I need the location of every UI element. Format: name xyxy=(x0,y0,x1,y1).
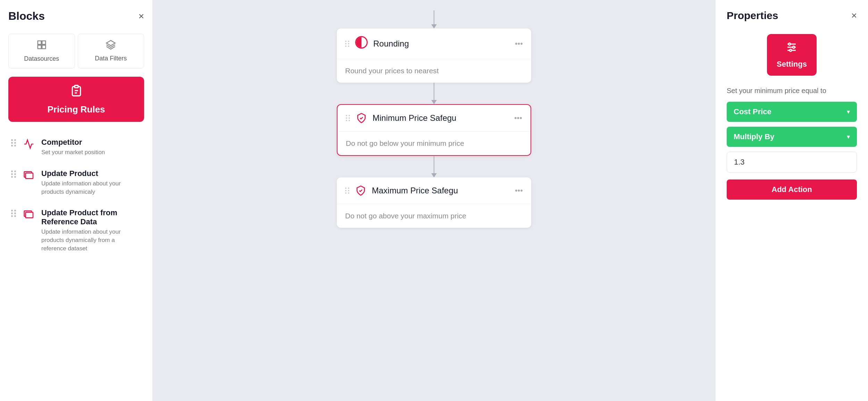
cost-price-dropdown[interactable]: Cost Price ▾ xyxy=(727,102,857,122)
sidebar-close-button[interactable]: × xyxy=(139,11,144,21)
minimum-price-body: Do not go below your minimum price xyxy=(337,132,531,155)
maximum-price-body: Do not go above your maximum price xyxy=(337,204,531,228)
update-product-ref-title: Update Product from Reference Data xyxy=(41,208,141,226)
sidebar: Blocks × Datasources Data Filters xyxy=(0,0,153,401)
list-item-competitor[interactable]: Competitor Set your market position xyxy=(8,132,144,163)
minimum-price-title: Minimum Price Safegu xyxy=(373,113,509,123)
flow-card-rounding[interactable]: Rounding ••• Round your prices to neares… xyxy=(337,28,531,83)
connector-top xyxy=(431,10,437,28)
flow-card-minimum-price[interactable]: Minimum Price Safegu ••• Do not go below… xyxy=(337,104,531,156)
multiply-by-chevron-icon: ▾ xyxy=(847,133,850,141)
competitor-desc: Set your market position xyxy=(41,148,105,157)
minimum-price-menu-button[interactable]: ••• xyxy=(514,114,522,123)
drag-handle-update-product xyxy=(11,169,16,178)
update-product-title: Update Product xyxy=(41,169,141,178)
rounding-menu-button[interactable]: ••• xyxy=(515,39,523,48)
update-product-desc: Update information about your products d… xyxy=(41,179,141,196)
pricing-rules-label: Pricing Rules xyxy=(47,104,105,115)
competitor-icon xyxy=(23,139,34,152)
update-product-ref-desc: Update information about your products d… xyxy=(41,228,141,252)
svg-point-15 xyxy=(793,46,795,48)
sidebar-header: Blocks × xyxy=(8,10,144,23)
list-item-update-product-ref[interactable]: Update Product from Reference Data Updat… xyxy=(8,202,144,259)
tab-datasources[interactable]: Datasources xyxy=(8,34,75,68)
tab-datasources-label: Datasources xyxy=(24,55,59,62)
svg-rect-8 xyxy=(26,173,33,178)
svg-rect-1 xyxy=(42,41,45,44)
maximum-price-title: Maximum Price Safegu xyxy=(372,186,509,195)
update-product-ref-icon xyxy=(23,209,34,223)
settings-button[interactable]: Settings xyxy=(767,34,817,76)
svg-rect-10 xyxy=(26,212,33,218)
maximum-price-icon xyxy=(355,185,366,196)
svg-rect-0 xyxy=(38,41,41,44)
prop-subtitle: Set your minimum price equal to xyxy=(727,87,857,95)
drag-handle-update-product-ref xyxy=(11,208,16,217)
tabs-container: Datasources Data Filters xyxy=(8,34,144,68)
datasources-icon xyxy=(36,40,47,52)
svg-rect-3 xyxy=(42,45,45,49)
sidebar-title: Blocks xyxy=(8,10,45,23)
rounding-body: Round your prices to nearest xyxy=(337,59,531,83)
value-input[interactable] xyxy=(727,152,857,173)
svg-point-16 xyxy=(790,49,792,51)
flow-card-maximum-price[interactable]: Maximum Price Safegu ••• Do not go above… xyxy=(337,177,531,228)
maximum-price-menu-button[interactable]: ••• xyxy=(515,186,523,195)
tab-data-filters[interactable]: Data Filters xyxy=(78,34,144,68)
connector-1 xyxy=(431,83,437,104)
pricing-rules-icon xyxy=(69,84,83,101)
drag-handle-competitor xyxy=(11,138,16,147)
panel-close-button[interactable]: × xyxy=(851,11,857,20)
canvas: Rounding ••• Round your prices to neares… xyxy=(153,0,715,401)
properties-panel: Properties × Settings Set your minimum p… xyxy=(715,0,868,401)
svg-rect-2 xyxy=(38,45,41,49)
cost-price-chevron-icon: ▾ xyxy=(847,108,850,116)
list-item-update-product[interactable]: Update Product Update information about … xyxy=(8,163,144,202)
settings-label: Settings xyxy=(777,60,807,69)
rounding-icon xyxy=(355,36,368,51)
svg-point-14 xyxy=(788,43,791,45)
drag-handle-rounding xyxy=(345,41,350,47)
competitor-title: Competitor xyxy=(41,138,105,147)
svg-rect-4 xyxy=(75,85,78,88)
cost-price-label: Cost Price xyxy=(734,107,771,116)
multiply-by-dropdown[interactable]: Multiply By ▾ xyxy=(727,127,857,147)
drag-handle-minimum-price xyxy=(346,115,350,121)
connector-2 xyxy=(431,156,437,177)
drag-handle-maximum-price xyxy=(345,187,350,194)
panel-title: Properties xyxy=(727,10,778,22)
tab-data-filters-label: Data Filters xyxy=(95,55,127,62)
multiply-by-label: Multiply By xyxy=(734,132,774,141)
settings-icon xyxy=(785,41,798,56)
minimum-price-icon xyxy=(356,112,367,124)
data-filters-icon xyxy=(106,40,116,52)
add-action-button[interactable]: Add Action xyxy=(727,179,857,200)
rounding-title: Rounding xyxy=(373,39,509,49)
update-product-icon xyxy=(23,170,34,183)
panel-header: Properties × xyxy=(727,10,857,22)
pricing-rules-block[interactable]: Pricing Rules xyxy=(8,77,144,122)
